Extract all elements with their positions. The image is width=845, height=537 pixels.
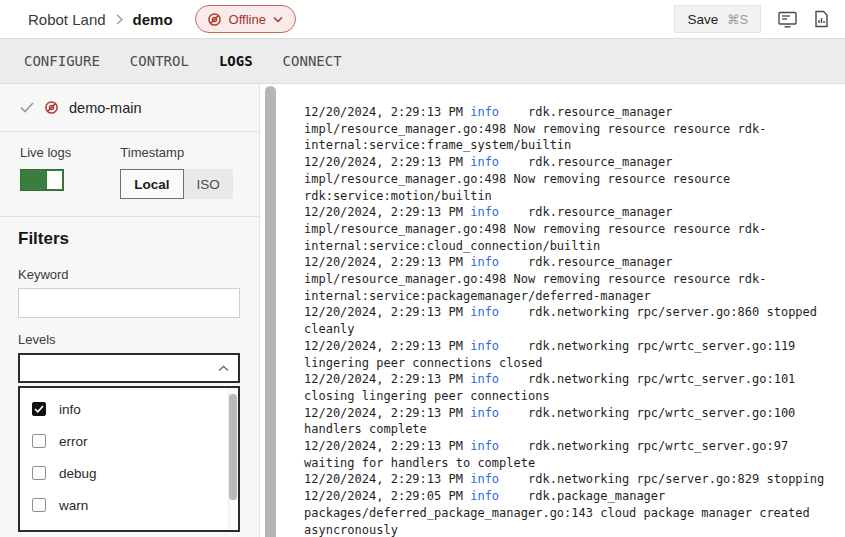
log-timestamp: 12/20/2024, 2:29:13 PM (304, 472, 463, 486)
levels-dropdown: info error debug warn (18, 386, 240, 532)
levels-dropdown-scrollbar[interactable] (228, 388, 238, 530)
save-shortcut: ⌘S (727, 12, 748, 27)
filters-title: Filters (18, 229, 241, 249)
log-level: info (470, 305, 499, 319)
log-location: rpc/wrtc_server.go:119 (636, 339, 795, 353)
log-level: info (470, 339, 499, 353)
log-entry: 12/20/2024, 2:29:05 PM info rdk.package_… (304, 488, 840, 537)
log-timestamp: 12/20/2024, 2:29:13 PM (304, 406, 463, 420)
breadcrumb-org[interactable]: Robot Land (28, 11, 106, 28)
levels-option-error[interactable]: error (20, 425, 238, 457)
log-location: impl/resource_manager.go:498 (304, 222, 506, 236)
tab-control[interactable]: CONTROL (130, 53, 189, 69)
status-label: Offline (229, 12, 266, 27)
live-logs-label: Live logs (20, 145, 71, 160)
timestamp-label: Timestamp (120, 145, 233, 160)
save-button[interactable]: Save ⌘S (674, 5, 761, 33)
log-logger: rdk.networking (528, 372, 629, 386)
log-entry: 12/20/2024, 2:29:13 PM info rdk.networki… (304, 471, 840, 488)
log-logger: rdk.networking (528, 472, 629, 486)
log-location: rpc/server.go:829 (636, 472, 759, 486)
offline-icon (207, 12, 222, 27)
machine-status-dropdown[interactable]: Offline (195, 5, 296, 33)
log-location: rpc/wrtc_server.go:100 (636, 406, 795, 420)
log-timestamp: 12/20/2024, 2:29:13 PM (304, 339, 463, 353)
log-entry: 12/20/2024, 2:29:13 PM info rdk.networki… (304, 405, 840, 438)
log-level: info (470, 472, 499, 486)
checkbox-unchecked-icon[interactable] (32, 434, 46, 448)
log-location: impl/resource_manager.go:498 (304, 272, 506, 286)
top-bar: Robot Land demo Offline Save ⌘S (0, 0, 845, 38)
file-chart-icon[interactable] (814, 10, 829, 28)
log-level: info (470, 105, 499, 119)
log-timestamp: 12/20/2024, 2:29:13 PM (304, 372, 463, 386)
log-level: info (470, 372, 499, 386)
keyword-label: Keyword (18, 267, 241, 282)
levels-option-warn[interactable]: warn (20, 489, 238, 521)
logs-sidebar: demo-main Live logs Timestamp Local ISO … (0, 84, 260, 537)
tab-bar: CONFIGURE CONTROL LOGS CONNECT (0, 38, 845, 84)
keyword-input[interactable] (18, 288, 240, 318)
log-logger: rdk.resource_manager (528, 205, 673, 219)
part-row-demo-main[interactable]: demo-main (0, 84, 259, 132)
level-option-label: debug (59, 466, 97, 481)
log-list: 12/20/2024, 2:29:13 PM info rdk.resource… (280, 84, 840, 537)
monitor-icon[interactable] (778, 11, 797, 28)
log-entry: 12/20/2024, 2:29:13 PM info rdk.resource… (304, 104, 840, 154)
levels-select[interactable] (18, 353, 240, 383)
log-timestamp: 12/20/2024, 2:29:05 PM (304, 489, 463, 503)
toggle-knob (47, 171, 62, 189)
main-content: demo-main Live logs Timestamp Local ISO … (0, 84, 845, 537)
timestamp-local-button[interactable]: Local (120, 169, 183, 199)
log-entry: 12/20/2024, 2:29:13 PM info rdk.resource… (304, 204, 840, 254)
log-logger: rdk.networking (528, 339, 629, 353)
log-logger: rdk.resource_manager (528, 105, 673, 119)
live-logs-toggle[interactable] (20, 169, 64, 191)
tab-connect[interactable]: CONNECT (283, 53, 342, 69)
log-level: info (470, 205, 499, 219)
log-message: waiting for handlers to complete (304, 456, 535, 470)
logs-panel: 12/20/2024, 2:29:13 PM info rdk.resource… (280, 84, 845, 537)
status-chevron-down-icon (273, 16, 283, 23)
log-logger: rdk.networking (528, 439, 629, 453)
levels-option-info[interactable]: info (20, 393, 238, 425)
main-scrollbar[interactable] (260, 84, 280, 537)
levels-chevron-up-icon (218, 365, 229, 372)
log-entry: 12/20/2024, 2:29:13 PM info rdk.networki… (304, 304, 840, 337)
timestamp-iso-button[interactable]: ISO (184, 169, 233, 199)
log-level: info (470, 439, 499, 453)
level-option-label: warn (59, 498, 88, 513)
log-entry: 12/20/2024, 2:29:13 PM info rdk.resource… (304, 154, 840, 204)
log-entry: 12/20/2024, 2:29:13 PM info rdk.networki… (304, 438, 840, 471)
tab-configure[interactable]: CONFIGURE (24, 53, 100, 69)
log-timestamp: 12/20/2024, 2:29:13 PM (304, 105, 463, 119)
checkbox-unchecked-icon[interactable] (32, 498, 46, 512)
log-timestamp: 12/20/2024, 2:29:13 PM (304, 155, 463, 169)
log-logger: rdk.resource_manager (528, 155, 673, 169)
log-logger: rdk.resource_manager (528, 255, 673, 269)
checkbox-unchecked-icon[interactable] (32, 466, 46, 480)
main-scrollbar-thumb[interactable] (265, 86, 276, 537)
timestamp-segmented-control: Local ISO (120, 169, 233, 199)
save-label: Save (687, 12, 718, 27)
log-level: info (470, 406, 499, 420)
level-option-label: error (59, 434, 88, 449)
log-location: rpc/wrtc_server.go:101 (636, 372, 795, 386)
scrollbar-thumb[interactable] (229, 394, 237, 500)
filters-section: Filters Keyword Levels info error (0, 217, 259, 532)
checkbox-checked-icon[interactable] (32, 402, 46, 416)
log-entry: 12/20/2024, 2:29:13 PM info rdk.resource… (304, 254, 840, 304)
log-location: rpc/server.go:860 (636, 305, 759, 319)
log-level: info (470, 155, 499, 169)
levels-option-debug[interactable]: debug (20, 457, 238, 489)
part-name: demo-main (69, 100, 142, 116)
tab-logs[interactable]: LOGS (219, 53, 253, 69)
log-location: rpc/wrtc_server.go:97 (636, 439, 788, 453)
log-timestamp: 12/20/2024, 2:29:13 PM (304, 255, 463, 269)
log-level: info (470, 255, 499, 269)
log-timestamp: 12/20/2024, 2:29:13 PM (304, 439, 463, 453)
log-logger: rdk.networking (528, 406, 629, 420)
part-offline-icon (44, 100, 59, 115)
log-message: closing lingering peer connections (304, 389, 550, 403)
log-logger: rdk.networking (528, 305, 629, 319)
